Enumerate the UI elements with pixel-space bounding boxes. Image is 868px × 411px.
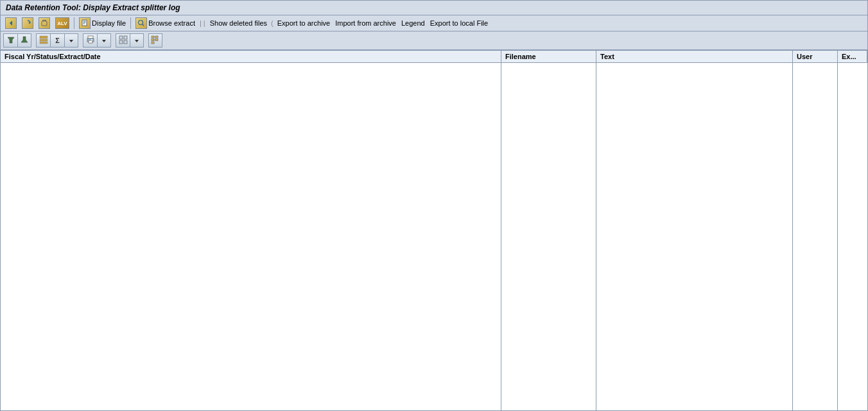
col-ex-header: Ex...	[838, 51, 867, 62]
delete-button[interactable]	[37, 17, 52, 30]
print-group	[83, 33, 111, 48]
filter-down-icon	[6, 35, 15, 46]
filter-up-icon	[20, 35, 29, 46]
separator-2	[130, 17, 131, 29]
legend-label: Legend	[401, 19, 425, 27]
alv-button[interactable]: ALV	[53, 17, 71, 30]
table-col-filename	[501, 63, 596, 410]
separator-paren: (	[271, 19, 273, 27]
filter-down-button[interactable]	[3, 33, 17, 48]
display-file-button[interactable]: Display file	[77, 17, 128, 30]
title-bar: Data Retention Tool: Display Extract spl…	[1, 1, 867, 15]
svg-marker-12	[8, 37, 14, 43]
export-archive-button[interactable]: Export to archive	[275, 19, 333, 28]
display-file-label: Display file	[92, 19, 126, 27]
svg-rect-2	[42, 21, 47, 26]
svg-rect-20	[89, 40, 92, 43]
layout-icon	[39, 35, 48, 46]
grid-dropdown-icon	[134, 36, 139, 46]
separator-1	[74, 17, 74, 29]
table-col-fiscal	[1, 63, 501, 410]
browse-extract-icon	[135, 17, 147, 29]
filter-up-button[interactable]	[17, 33, 31, 48]
filter-group	[3, 33, 31, 48]
svg-rect-31	[155, 36, 158, 38]
sum-button[interactable]: Σ	[50, 33, 64, 48]
table-col-ex	[838, 63, 867, 410]
svg-marker-0	[10, 21, 12, 26]
svg-rect-28	[152, 36, 154, 38]
alv-icon: ALV	[55, 17, 69, 29]
back-icon	[5, 17, 17, 29]
export-archive-label: Export to archive	[277, 19, 331, 27]
svg-rect-25	[119, 40, 123, 44]
svg-rect-30	[152, 42, 154, 44]
table-col-right	[501, 63, 867, 410]
grid-view-button[interactable]	[116, 33, 130, 48]
col-fiscal-header: Fiscal Yr/Status/Extract/Date	[1, 51, 501, 62]
svg-marker-13	[21, 37, 28, 42]
grid-dropdown-button[interactable]	[130, 33, 144, 48]
svg-rect-26	[124, 40, 127, 44]
menu-toolbar: ALV Display file	[1, 15, 867, 31]
col-user-header: User	[793, 51, 838, 62]
table-header: Fiscal Yr/Status/Extract/Date Filename T…	[1, 51, 867, 63]
legend-button[interactable]: Legend	[399, 19, 427, 28]
main-window: Data Retention Tool: Display Extract spl…	[0, 0, 868, 411]
window-title: Data Retention Tool: Display Extract spl…	[6, 3, 180, 12]
svg-marker-22	[102, 40, 106, 42]
delete-icon	[39, 17, 50, 29]
svg-line-11	[143, 24, 144, 26]
refresh-icon	[22, 17, 33, 29]
print-dropdown-icon	[101, 36, 107, 46]
print-button[interactable]	[83, 33, 97, 48]
browse-extract-label: Browse extract	[148, 19, 195, 27]
print-icon	[86, 35, 95, 46]
browse-extract-button[interactable]: Browse extract	[134, 17, 197, 30]
refresh-button[interactable]	[20, 17, 35, 30]
grid-view-icon	[119, 35, 128, 46]
svg-point-21	[91, 39, 92, 40]
svg-marker-17	[69, 40, 73, 42]
tree-icon	[151, 35, 160, 46]
svg-rect-23	[119, 36, 123, 39]
import-archive-label: Import from archive	[335, 19, 396, 27]
import-archive-button[interactable]: Import from archive	[333, 19, 398, 28]
svg-marker-27	[135, 40, 139, 42]
view-group	[116, 33, 144, 48]
svg-rect-15	[40, 39, 48, 41]
table-col-user	[793, 63, 838, 410]
tree-button[interactable]	[148, 33, 162, 48]
svg-rect-16	[40, 42, 48, 44]
show-deleted-label: Show deleted files	[210, 19, 267, 27]
display-file-icon	[79, 17, 91, 29]
table-row-area	[1, 63, 867, 410]
table-col-text	[596, 63, 793, 410]
col-filename-header: Filename	[501, 51, 596, 62]
svg-point-10	[139, 21, 143, 25]
layout-button[interactable]	[36, 33, 50, 48]
content-area: Fiscal Yr/Status/Extract/Date Filename T…	[1, 51, 867, 410]
svg-rect-24	[124, 36, 127, 39]
separator-bars: | |	[200, 19, 205, 27]
print-dropdown-button[interactable]	[97, 33, 111, 48]
table-body	[1, 63, 867, 410]
svg-marker-1	[28, 22, 30, 24]
svg-rect-29	[152, 39, 154, 40]
show-deleted-button[interactable]: Show deleted files	[208, 19, 269, 28]
svg-rect-18	[88, 36, 93, 39]
svg-rect-32	[155, 39, 158, 40]
col-text-header: Text	[596, 51, 793, 62]
layout-group: Σ	[36, 33, 78, 48]
back-button[interactable]	[3, 17, 19, 30]
svg-rect-14	[40, 36, 48, 39]
action-toolbar: Σ	[1, 31, 867, 51]
sum-icon: Σ	[55, 37, 60, 44]
export-local-label: Export to local File	[430, 19, 488, 27]
sum-dropdown-button[interactable]	[64, 33, 78, 48]
export-local-button[interactable]: Export to local File	[428, 19, 490, 28]
sum-dropdown-icon	[69, 36, 74, 46]
